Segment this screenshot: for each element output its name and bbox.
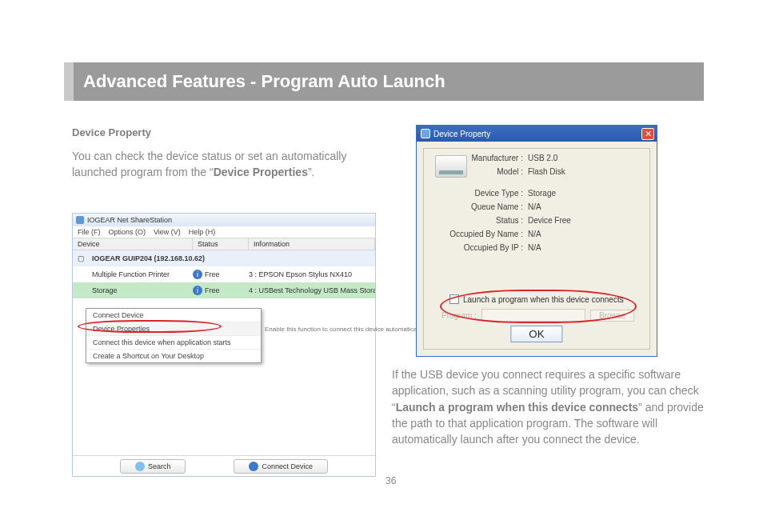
page-number: 36 [385,475,396,486]
lbl-program: Program : [441,311,477,320]
dialog-body: Manufacturer :USB 2.0 Model :Flash Disk … [423,148,650,350]
info-icon: i [193,270,202,279]
val-byip: N/A [528,243,541,252]
context-menu: Connect Device Device Properties Connect… [86,308,262,363]
device-property-dialog: Device Property ✕ Manufacturer :USB 2.0 … [416,125,657,357]
menu-options[interactable]: Options (O) [109,228,146,236]
page-title: Advanced Features - Program Auto Launch [83,71,445,92]
val-status: Device Free [528,216,571,225]
device-name: Storage [89,286,193,294]
ctx-autostart[interactable]: Connect this device when application sta… [86,336,261,350]
ctx-shortcut[interactable]: Create a Shortcut on Your Desktop [86,350,261,362]
close-button[interactable]: ✕ [641,128,654,140]
section-heading: Device Property [72,126,376,138]
program-row: Program : Browse [441,309,634,322]
device-status: Free [205,286,220,294]
host-row[interactable]: ▢ IOGEAR GUIP204 (192.168.10.62) [73,250,375,266]
search-icon [135,462,145,471]
lbl-qname: Queue Name : [424,202,528,211]
window-footer: Search Connect Device [73,455,375,476]
intro-bold: Device Properties [214,166,308,178]
launch-checkbox-label: Launch a program when this device connec… [463,295,624,304]
menu-help[interactable]: Help (H) [189,228,216,236]
right-bold: Launch a program when this device connec… [396,401,638,414]
ctx-autostart-label: Connect this device when application sta… [93,338,231,346]
title-accent [64,62,74,101]
search-label: Search [148,462,171,470]
window-titlebar: IOGEAR Net ShareStation [73,214,375,226]
device-status: Free [205,270,220,278]
lbl-byip: Occupied By IP : [424,243,528,252]
ctx-connect[interactable]: Connect Device [86,309,261,322]
dialog-title: Device Property [433,130,490,138]
lbl-devtype: Device Type : [424,189,528,198]
info-icon: i [193,286,202,295]
connect-label: Connect Device [262,462,313,470]
val-byname: N/A [528,230,541,238]
sharestation-window: IOGEAR Net ShareStation File (F) Options… [72,213,376,477]
launch-checkbox[interactable] [449,294,459,304]
window-title: IOGEAR Net ShareStation [87,216,172,224]
dialog-icon [421,129,430,138]
device-info: 4 : USBest Technology USB Mass Storage D… [249,286,375,294]
page-title-bar: Advanced Features - Program Auto Launch [64,62,704,101]
browse-button[interactable]: Browse [590,310,634,322]
host-label: IOGEAR GUIP204 (192.168.10.62) [89,254,205,262]
app-icon [76,216,84,224]
val-qname: N/A [528,202,541,211]
device-info: 3 : EPSON Epson Stylus NX410 [249,270,375,278]
menu-view[interactable]: View (V) [154,228,181,236]
list-item[interactable]: Multiple Function Printer iFree 3 : EPSO… [73,266,375,282]
lbl-status: Status : [424,216,528,225]
launch-checkbox-row[interactable]: Launch a program when this device connec… [449,294,624,304]
dialog-titlebar: Device Property ✕ [417,126,657,142]
connect-device-button[interactable]: Connect Device [234,459,328,474]
ctx-device-properties[interactable]: Device Properties [86,322,261,336]
intro-post: ”. [308,166,315,178]
search-button[interactable]: Search [120,459,186,474]
val-devtype: Storage [528,189,556,198]
val-model: Flash Disk [528,167,565,176]
lbl-byname: Occupied By Name : [424,230,528,238]
column-headers: Device Status Information [73,238,375,250]
program-path-input[interactable] [481,309,585,322]
col-device: Device [73,238,193,250]
ok-button[interactable]: OK [510,326,562,342]
left-column: Device Property You can check the device… [72,126,376,181]
col-status: Status [193,238,249,250]
expand-icon[interactable]: ▢ [73,254,89,262]
lbl-manufacturer: Manufacturer : [424,154,528,162]
intro-text: You can check the device status or set a… [72,148,376,181]
device-list: ▢ IOGEAR GUIP204 (192.168.10.62) Multipl… [73,250,375,458]
device-name: Multiple Function Printer [89,270,193,278]
list-item-selected[interactable]: Storage iFree 4 : USBest Technology USB … [73,282,375,298]
connect-icon [249,462,258,471]
lbl-model: Model : [424,167,528,176]
right-paragraph: If the USB device you connect requires a… [392,366,704,447]
menu-file[interactable]: File (F) [78,228,101,236]
val-manufacturer: USB 2.0 [528,154,557,162]
menubar: File (F) Options (O) View (V) Help (H) [73,226,375,238]
col-info: Information [249,238,375,250]
